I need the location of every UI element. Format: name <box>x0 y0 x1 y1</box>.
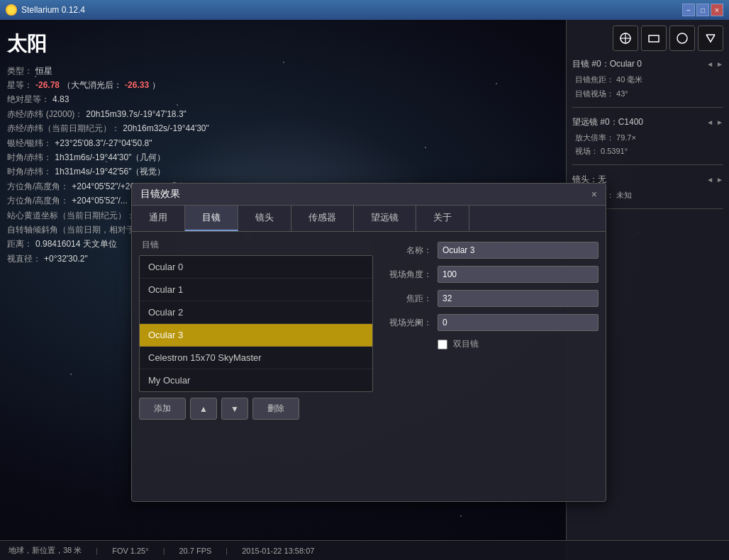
ha-app-value: 1h31m4s/-19°42'56"（视觉） <box>55 164 165 179</box>
ha-geo-value: 1h31m6s/-19°44'30"（几何） <box>55 150 165 164</box>
radec-cur-value: 20h16m32s/-19°44'30" <box>123 121 208 135</box>
lens-next[interactable]: ► <box>716 176 723 184</box>
statusbar: 地球，新位置，38 米 | FOV 1.25° | 20.7 FPS | 201… <box>0 540 729 560</box>
tab-telescope[interactable]: 望远镜 <box>354 206 416 231</box>
mag-suffix: （大气消光后： <box>62 78 122 92</box>
svg-point-4 <box>677 33 687 43</box>
type-label: 类型： <box>7 64 33 78</box>
eyepiece-next[interactable]: ► <box>716 60 723 68</box>
az-app-label: 方位角/高度角： <box>7 194 69 208</box>
app-title: Stellarium 0.12.4 <box>21 5 85 15</box>
dialog-header: 目镜效果 × <box>132 184 606 206</box>
form-name-row: 名称： <box>386 242 599 259</box>
ocular-item-5[interactable]: My Ocular <box>140 369 372 391</box>
telescope-prev[interactable]: ◄ <box>706 118 713 126</box>
telescope-header: 望远镜 #0：C1400 ◄ ► <box>572 116 723 128</box>
dist-value: 0.98416014 天文单位 <box>35 237 117 251</box>
dialog-content: 目镜 Ocular 0 Ocular 1 Ocular 2 Ocular 3 <box>132 232 606 501</box>
mag-label: 星等： <box>7 78 33 92</box>
ocular-item-3[interactable]: Ocular 3 <box>140 324 372 347</box>
binocular-label: 双目镜 <box>453 338 479 350</box>
form-fov-row: 视场角度： <box>386 266 599 283</box>
tel-fov-label: 视场： <box>575 147 599 155</box>
dist-label: 距离： <box>7 237 33 251</box>
status-datetime: 2015-01-22 13:58:07 <box>242 547 314 555</box>
radec-j2000-value: 20h15m39.7s/-19°47'18.3" <box>86 107 186 121</box>
delete-button[interactable]: 删除 <box>252 398 299 420</box>
tab-eyepiece[interactable]: 目镜 <box>185 206 238 231</box>
svg-rect-3 <box>649 35 659 42</box>
form-focal-input[interactable] <box>438 290 599 307</box>
form-stop-label: 视场光阑： <box>386 317 432 329</box>
form-focal-label: 焦距： <box>386 293 432 305</box>
tel-mag-value: 79.7× <box>616 133 636 142</box>
form-fov-input[interactable] <box>438 266 599 283</box>
minimize-button[interactable]: − <box>682 4 695 16</box>
info-gal-row: 银经/银纬： +23°25'08.3"/-27°04'50.8" <box>7 136 209 150</box>
titlebar: Stellarium 0.12.4 − □ × <box>0 0 729 20</box>
ha-app-label: 时角/赤纬： <box>7 164 52 179</box>
ocular-list: Ocular 0 Ocular 1 Ocular 2 Ocular 3 Cele… <box>139 255 373 392</box>
main-viewport: Ai 太阳 类型： 恒星 星等： -26.78 （大气消光后： -26.33 ）… <box>0 20 729 560</box>
add-button[interactable]: 添加 <box>139 398 186 420</box>
lens-mult-value: 未知 <box>616 191 632 199</box>
tab-lens[interactable]: 镜头 <box>238 206 291 231</box>
eyepiece-fov: 目镜视场： 43° <box>572 87 723 101</box>
info-absmag-row: 绝对星等： 4.83 <box>7 92 209 106</box>
ep-focal-value: 40 毫米 <box>616 75 642 84</box>
status-fov: FOV 1.25° <box>112 547 148 555</box>
ocular-form: 名称： 视场角度： 焦距： 视场光阑： 双目镜 <box>380 239 599 494</box>
type-value: 恒星 <box>35 64 52 78</box>
tab-sensor[interactable]: 传感器 <box>291 206 354 231</box>
info-radec-cur-row: 赤经/赤纬（当前日期纪元）： 20h16m32s/-19°44'30" <box>7 121 209 135</box>
close-button[interactable]: × <box>711 4 723 16</box>
gal-label: 银经/银纬： <box>7 136 52 150</box>
circle-button[interactable] <box>669 26 695 51</box>
status-location: 地球，新位置，38 米 <box>9 545 82 556</box>
tab-about[interactable]: 关于 <box>416 206 469 231</box>
eyepiece-section: 目镜 #0：Ocular 0 ◄ ► 目镜焦距： 40 毫米 目镜视场： 43° <box>572 58 723 108</box>
dialog-close-button[interactable]: × <box>591 189 597 200</box>
ocular-item-2[interactable]: Ocular 2 <box>140 301 372 324</box>
tel-fov-value: 0.5391° <box>601 147 628 155</box>
form-name-input[interactable] <box>438 242 599 259</box>
mag-close: ） <box>152 78 160 92</box>
ocular-item-1[interactable]: Ocular 1 <box>140 279 372 301</box>
angular-label: 视直径： <box>7 252 41 266</box>
eyepiece-prev[interactable]: ◄ <box>706 60 713 68</box>
titlebar-controls: − □ × <box>682 4 723 16</box>
ha-geo-label: 时角/赤纬： <box>7 150 52 164</box>
maximize-button[interactable]: □ <box>696 4 709 16</box>
ocular-list-panel: 目镜 Ocular 0 Ocular 1 Ocular 2 Ocular 3 <box>139 239 373 494</box>
ep-fov-value: 43° <box>616 89 628 98</box>
telescope-fov: 视场： 0.5391° <box>572 145 723 159</box>
ocular-item-0[interactable]: Ocular 0 <box>140 256 372 279</box>
mag-atm: -26.33 <box>125 78 149 92</box>
az-geo-label: 方位角/高度角： <box>7 179 69 194</box>
eyepiece-focal: 目镜焦距： 40 毫米 <box>572 73 723 87</box>
crosshair-button[interactable] <box>613 26 638 51</box>
flip-button[interactable] <box>698 26 723 51</box>
eyepiece-title: 目镜 #0：Ocular 0 <box>572 58 642 70</box>
lens-prev[interactable]: ◄ <box>706 176 713 184</box>
ocular-item-4[interactable]: Celestron 15x70 SkyMaster <box>140 347 372 369</box>
move-down-button[interactable]: ▼ <box>221 398 248 420</box>
ep-focal-label: 目镜焦距： <box>575 75 614 84</box>
absmag-label: 绝对星等： <box>7 92 50 106</box>
status-fps: 20.7 FPS <box>179 547 212 555</box>
info-type-row: 类型： 恒星 <box>7 64 209 78</box>
mag-value: -26.78 <box>35 78 60 92</box>
az-app-value: +204°05'52"/... <box>72 194 127 208</box>
form-stop-row: 视场光阑： <box>386 314 599 331</box>
binocular-checkbox[interactable] <box>438 340 447 349</box>
telescope-next[interactable]: ► <box>716 118 723 126</box>
angular-value: +0°32'30.2" <box>44 252 88 266</box>
tab-general[interactable]: 通用 <box>132 206 185 231</box>
ecliptic-label: 站心黄道坐标（当前日期纪元）： <box>7 208 135 223</box>
binocular-row: 双目镜 <box>438 338 599 350</box>
rectangle-button[interactable] <box>641 26 667 51</box>
form-focal-row: 焦距： <box>386 290 599 307</box>
move-up-button[interactable]: ▲ <box>190 398 217 420</box>
form-stop-input[interactable] <box>438 314 599 331</box>
gal-value: +23°25'08.3"/-27°04'50.8" <box>55 136 152 150</box>
